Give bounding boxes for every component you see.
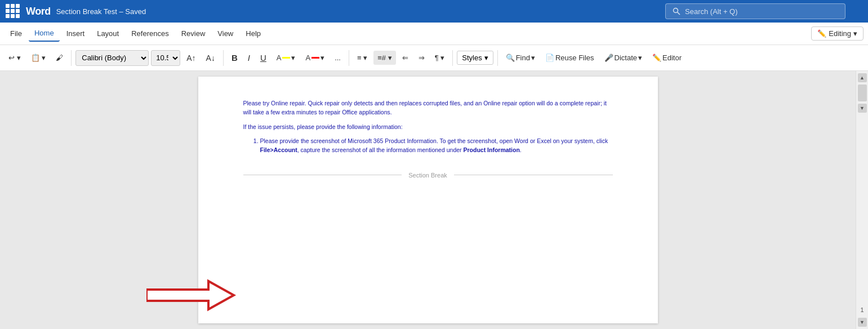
styles-chevron: ▾ [484,54,488,62]
document-canvas[interactable]: Please try Online repair. Quick repair o… [0,71,856,329]
scroll-thumb[interactable] [858,85,867,101]
separator-3 [349,50,349,66]
app-grid-icon[interactable] [6,4,20,19]
section-break-label: Section Break [402,172,453,179]
font-color-bar [311,57,319,59]
paragraph-spacing-button[interactable]: ¶ ▾ [431,51,449,65]
bold-button[interactable]: B [228,50,242,65]
numbered-list-button[interactable]: ≡# ▾ [373,51,395,65]
paragraph-2: If the issue persists, please provide th… [243,123,613,132]
scroll-up-button[interactable]: ▲ [858,73,867,82]
editor-label: Editor [662,54,682,62]
menu-bar: File Home Insert Layout References Revie… [0,23,868,45]
list-item-1: Please provide the screenshot of Microso… [260,137,613,155]
search-icon [673,7,680,15]
font-decrease-button[interactable]: A↓ [202,51,219,65]
separator-1 [71,50,72,66]
find-label: Find [516,54,530,62]
title-bar: Word Section Break Test – Saved Search (… [0,0,868,23]
reuse-files-label: Reuse Files [555,54,594,62]
pencil-icon: ✏️ [817,29,826,38]
menu-view[interactable]: View [212,26,239,41]
clipboard-button[interactable]: 📋 ▾ [27,51,50,65]
paragraph-1: Please try Online repair. Quick repair o… [243,99,613,117]
font-size-select[interactable]: 10.5 [151,50,180,66]
separator-4 [452,50,453,66]
menu-references[interactable]: References [126,26,174,41]
menu-file[interactable]: File [5,26,28,41]
more-formatting-button[interactable]: ... [331,51,345,65]
highlight-button[interactable]: A ▾ [273,51,300,65]
list-content: Please provide the screenshot of Microso… [260,137,613,155]
bullet-list-button[interactable]: ≡ ▾ [353,51,371,65]
menu-review[interactable]: Review [176,26,211,41]
search-bar[interactable]: Search (Alt + Q) [665,3,845,19]
find-button[interactable]: 🔍 Find ▾ [502,51,539,65]
document-title: Section Break Test – Saved [56,7,146,16]
separator-2 [223,50,224,66]
font-increase-button[interactable]: A↑ [182,51,199,65]
undo-button[interactable]: ↩ ▾ [5,51,25,65]
search-placeholder: Search (Alt + Q) [685,7,738,16]
editing-label: Editing [829,29,851,38]
highlight-color-bar [282,57,290,59]
separator-5 [497,50,498,66]
document-area: Please try Online repair. Quick repair o… [0,71,868,329]
document-page: Please try Online repair. Quick repair o… [198,77,658,323]
styles-button[interactable]: Styles ▾ [457,51,493,65]
scroll-down-button[interactable]: ▼ [858,104,867,113]
section-break: Section Break [243,172,613,179]
format-painter-button[interactable]: 🖌 [52,51,67,65]
styles-label: Styles [462,54,482,62]
italic-button[interactable]: I [244,50,254,65]
underline-button[interactable]: U [256,50,270,65]
reuse-files-button[interactable]: 📄 Reuse Files [541,51,598,65]
increase-indent-button[interactable]: ⇒ [415,51,429,65]
dictate-button[interactable]: 🎤 Dictate ▾ [600,51,646,65]
font-color-button[interactable]: A ▾ [301,51,328,65]
app-name: Word [26,6,51,17]
page-number: 1 [860,306,863,313]
svg-line-1 [678,12,680,15]
scroll-bottom-button[interactable]: ▼ [858,318,867,327]
editing-button[interactable]: ✏️ Editing ▾ [811,26,863,41]
svg-point-0 [674,8,678,13]
page-content: Please try Online repair. Quick repair o… [243,99,613,155]
menu-help[interactable]: Help [240,26,266,41]
menu-home[interactable]: Home [29,25,60,42]
decrease-indent-button[interactable]: ⇐ [398,51,412,65]
toolbar: ↩ ▾ 📋 ▾ 🖌 Calibri (Body) 10.5 A↑ A↓ B I … [0,45,868,71]
menu-layout[interactable]: Layout [91,26,124,41]
font-name-select[interactable]: Calibri (Body) [75,50,149,66]
dictate-label: Dictate [615,54,637,62]
right-scrollbar-panel: ▲ ▼ 1 ▼ [856,71,868,329]
menu-insert[interactable]: Insert [61,26,91,41]
editing-chevron: ▾ [853,29,857,38]
editor-button[interactable]: ✏️ Editor [648,51,686,65]
